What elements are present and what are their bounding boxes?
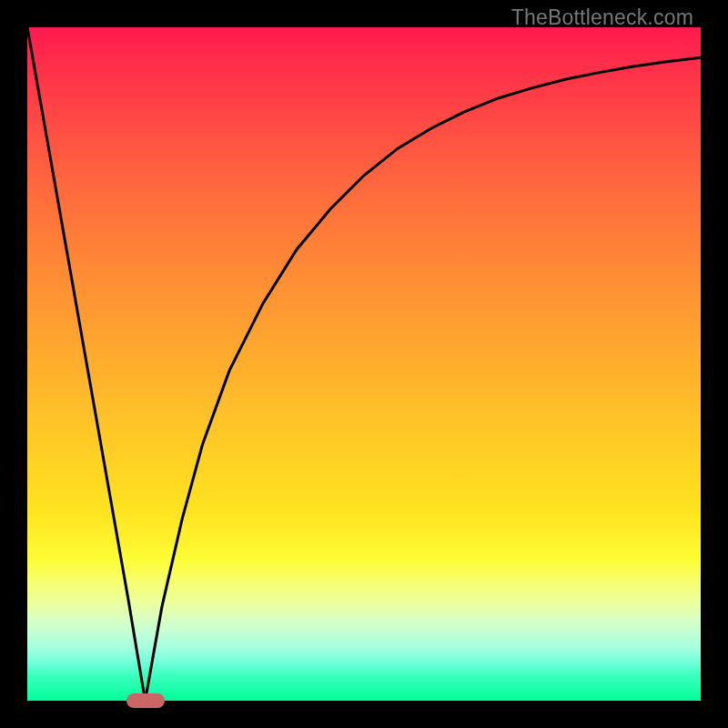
curve-left-branch	[27, 27, 146, 701]
chart-frame: TheBottleneck.com	[0, 0, 728, 728]
bottleneck-curve	[27, 27, 701, 701]
plot-area	[27, 27, 701, 701]
curve-right-branch	[146, 57, 702, 701]
watermark-text: TheBottleneck.com	[511, 5, 693, 30]
bottleneck-marker	[126, 693, 165, 708]
